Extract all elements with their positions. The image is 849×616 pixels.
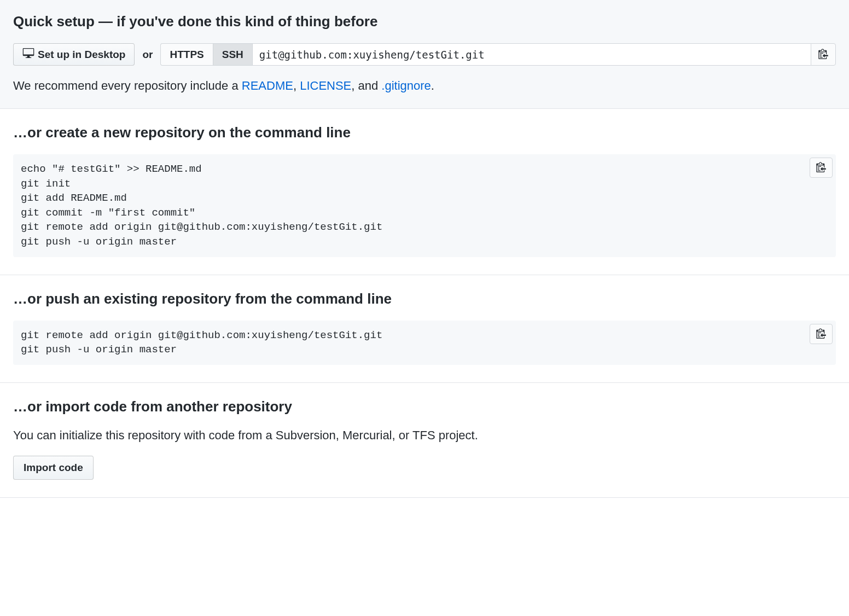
setup-desktop-button[interactable]: Set up in Desktop [13, 43, 135, 66]
push-code-block: git remote add origin git@github.com:xuy… [13, 321, 836, 365]
readme-link[interactable]: README [242, 79, 293, 92]
copy-create-code-button[interactable] [810, 158, 833, 178]
setup-desktop-label: Set up in Desktop [38, 49, 125, 61]
clipboard-icon [816, 328, 827, 340]
import-description: You can initialize this repository with … [13, 428, 836, 443]
recommend-text: We recommend every repository include a … [13, 79, 836, 93]
https-toggle[interactable]: HTTPS [160, 43, 212, 66]
create-repo-section: …or create a new repository on the comma… [0, 109, 849, 275]
push-code-wrapper: git remote add origin git@github.com:xuy… [13, 321, 836, 365]
create-repo-heading: …or create a new repository on the comma… [13, 124, 836, 141]
clipboard-icon [818, 48, 829, 61]
ssh-toggle[interactable]: SSH [213, 43, 253, 66]
push-repo-heading: …or push an existing repository from the… [13, 290, 836, 307]
copy-url-button[interactable] [811, 43, 836, 66]
clone-url-input[interactable] [253, 43, 811, 66]
or-text: or [142, 49, 153, 61]
push-repo-section: …or push an existing repository from the… [0, 275, 849, 383]
desktop-icon [22, 48, 34, 61]
license-link[interactable]: LICENSE [300, 79, 351, 92]
import-heading: …or import code from another repository [13, 398, 836, 415]
create-code-block: echo "# testGit" >> README.md git init g… [13, 154, 836, 257]
clipboard-icon [816, 161, 827, 174]
create-code-wrapper: echo "# testGit" >> README.md git init g… [13, 154, 836, 257]
import-code-button[interactable]: Import code [13, 456, 94, 480]
gitignore-link[interactable]: .gitignore [381, 79, 431, 92]
import-section: …or import code from another repository … [0, 383, 849, 498]
protocol-toggle-group: HTTPS SSH [160, 43, 836, 66]
setup-row: Set up in Desktop or HTTPS SSH [13, 43, 836, 66]
quick-setup-panel: Quick setup — if you've done this kind o… [0, 0, 849, 109]
copy-push-code-button[interactable] [810, 324, 833, 344]
quick-setup-heading: Quick setup — if you've done this kind o… [13, 13, 836, 30]
